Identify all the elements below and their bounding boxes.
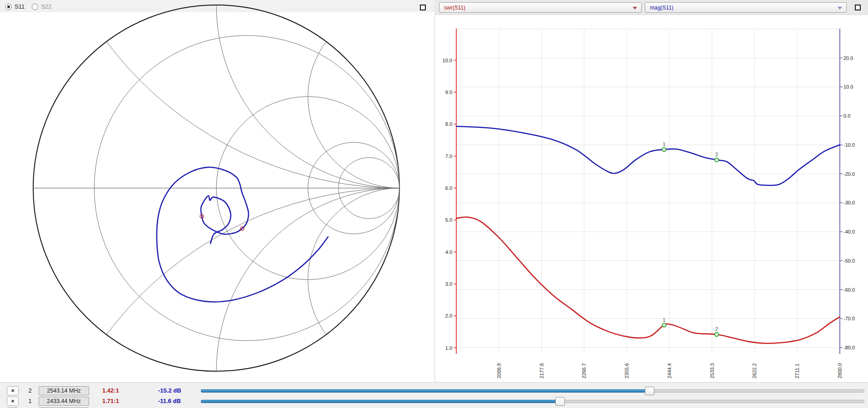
maximize-plot-icon[interactable] [855,5,861,10]
slider-fill [201,400,560,403]
sweep-plot-panel: swr(S11) mag(S11) 2088.92177.82266.72355… [435,0,868,382]
channel-radio-group: S11 S22 [5,3,56,10]
svg-text:-40.0: -40.0 [843,229,855,234]
trace1-selector-value: swr(S11) [444,5,465,11]
svg-text:5.0: 5.0 [445,217,452,223]
marker-table: × 2 2543.14 MHz 1.42:1 -15.2 dB × 1 2433… [0,382,868,408]
svg-text:20.0: 20.0 [843,55,853,61]
svg-text:2088.9: 2088.9 [496,363,502,378]
svg-text:3.0: 3.0 [445,281,452,287]
svg-text:2355.6: 2355.6 [624,363,629,378]
svg-text:-60.0: -60.0 [843,287,855,293]
svg-text:8.0: 8.0 [445,121,452,127]
trace2-selector-value: mag(S11) [650,5,673,11]
s11-radio[interactable] [5,4,12,10]
marker-swr-value: 1.42:1 [102,387,134,394]
slider-handle[interactable] [555,397,565,406]
marker-frequency-slider[interactable] [201,386,864,396]
plot-toolbar: swr(S11) mag(S11) [435,0,868,15]
svg-text:6.0: 6.0 [445,185,452,191]
chevron-down-icon [838,7,842,10]
svg-text:-70.0: -70.0 [843,316,855,321]
marker-frequency-field[interactable]: 2433.44 MHz [39,397,89,406]
svg-text:-30.0: -30.0 [843,200,855,205]
marker-mag-value: -11.6 dB [158,398,195,404]
svg-text:-20.0: -20.0 [843,171,855,177]
svg-text:-10.0: -10.0 [843,142,855,148]
delete-marker-button[interactable]: × [7,386,19,395]
svg-text:10.0: 10.0 [443,58,452,63]
svg-text:1: 1 [663,317,665,323]
s11-radio-label: S11 [15,3,25,10]
svg-text:2266.7: 2266.7 [581,363,587,378]
svg-text:2177.8: 2177.8 [539,363,544,378]
svg-text:7.0: 7.0 [445,154,452,159]
marker-frequency-slider[interactable] [201,397,864,406]
svg-text:2533.3: 2533.3 [709,363,715,378]
marker-swr-value: 1.71:1 [102,398,134,404]
svg-text:2: 2 [715,326,718,332]
trace1-selector-dropdown[interactable]: swr(S11) [439,2,642,13]
slider-fill [201,389,650,393]
svg-text:2622.2: 2622.2 [752,363,757,378]
smith-chart [0,0,434,382]
svg-text:1: 1 [663,141,665,147]
svg-text:-50.0: -50.0 [843,258,855,264]
marker-number: 2 [25,387,35,394]
svg-text:0.0: 0.0 [843,113,850,119]
svg-text:2: 2 [715,152,718,157]
marker-row-2: × 2 2543.14 MHz 1.42:1 -15.2 dB [0,386,868,396]
s22-radio-label: S22 [41,3,51,10]
marker-row-1: × 1 2433.44 MHz 1.71:1 -11.6 dB [0,397,868,406]
svg-text:10.0: 10.0 [843,84,853,90]
svg-text:1.0: 1.0 [445,345,452,351]
svg-text:2711.1: 2711.1 [794,363,800,378]
delete-marker-button[interactable]: × [7,397,19,406]
svg-text:4.0: 4.0 [445,249,452,255]
sweep-plot: 2088.92177.82266.72355.62444.42533.32622… [435,15,868,382]
marker-number: 1 [25,398,35,404]
svg-text:2.0: 2.0 [445,313,452,318]
trace2-selector-dropdown[interactable]: mag(S11) [645,2,847,13]
slider-handle[interactable] [645,387,654,395]
chevron-down-icon [633,7,637,10]
svg-text:2444.4: 2444.4 [667,363,672,378]
s22-radio[interactable] [32,4,38,10]
marker-mag-value: -15.2 dB [158,387,195,394]
marker-frequency-field[interactable]: 2543.14 MHz [39,386,89,395]
smith-chart-panel: S11 S22 [0,0,434,382]
svg-text:2800.0: 2800.0 [837,363,843,378]
svg-text:9.0: 9.0 [445,90,452,95]
svg-text:-80.0: -80.0 [843,345,855,350]
